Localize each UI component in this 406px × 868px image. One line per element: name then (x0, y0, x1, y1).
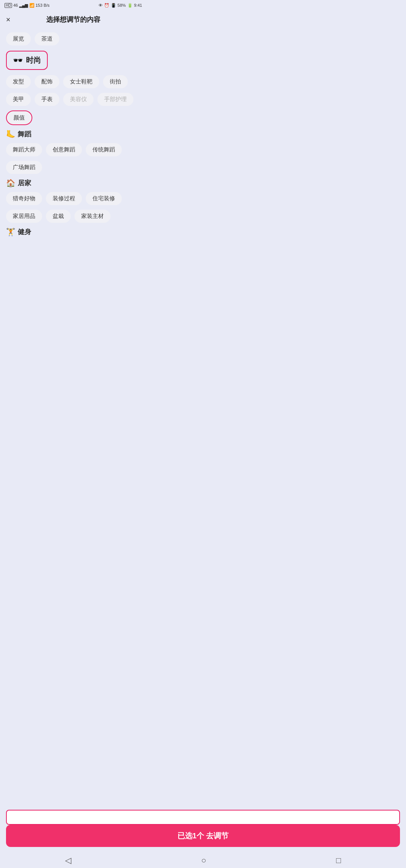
battery-icon: 🔋 (127, 3, 133, 8)
close-button[interactable]: × (6, 16, 11, 23)
home-tags-row1: 猎奇好物 装修过程 住宅装修 (6, 192, 141, 205)
signal-4g: 46 (13, 3, 18, 8)
fitness-label: 健身 (18, 227, 31, 236)
home-label: 居家 (18, 178, 31, 188)
vibrate-icon: 📳 (111, 3, 116, 8)
tag-jiepa[interactable]: 街拍 (103, 75, 128, 88)
tag-guangchang-wudao[interactable]: 广场舞蹈 (6, 161, 42, 174)
tag-yanzhi-selected[interactable]: 颜值 (6, 110, 32, 125)
tag-nvshouxie[interactable]: 女士鞋靶 (63, 75, 99, 88)
tag-faxing[interactable]: 发型 (6, 75, 31, 88)
tag-zhuangxiu-guocheng[interactable]: 装修过程 (46, 192, 82, 205)
fitness-category-header[interactable]: 🏋 健身 (6, 227, 141, 236)
tag-meironyi[interactable]: 美容仪 (63, 93, 94, 106)
content-area: 展览 茶道 🕶️ 时尚 发型 配饰 女士鞋靶 街拍 美甲 手表 美容仪 手部护理… (0, 28, 147, 278)
tag-jiazhuang-zhucai[interactable]: 家装主材 (74, 210, 111, 223)
wifi-icon: 📶 (29, 3, 35, 8)
fashion-tags-row3: 颜值 (6, 110, 141, 125)
category-fashion: 🕶️ 时尚 发型 配饰 女士鞋靶 街拍 美甲 手表 美容仪 手部护理 颜值 (6, 51, 141, 125)
fashion-icon: 🕶️ (13, 56, 23, 65)
fashion-tags-row1: 发型 配饰 女士鞋靶 街拍 (6, 75, 141, 88)
home-tags-row2: 家居用品 盆栽 家装主材 (6, 210, 141, 223)
category-dance: 🦶 舞蹈 舞蹈大师 创意舞蹈 传统舞蹈 广场舞蹈 (6, 130, 141, 174)
top-tags-row: 展览 茶道 (6, 32, 141, 45)
tag-chuantong-wudao[interactable]: 传统舞蹈 (86, 143, 122, 156)
category-home: 🏠 居家 猎奇好物 装修过程 住宅装修 家居用品 盆栽 家装主材 (6, 178, 141, 223)
battery-text: 58% (118, 3, 126, 8)
tag-zhuzhai-zhuangxiu[interactable]: 住宅装修 (86, 192, 122, 205)
hd-badge: HD (5, 3, 12, 8)
time-display: 9:41 (134, 3, 142, 8)
home-icon: 🏠 (6, 178, 15, 188)
tag-zhanlan[interactable]: 展览 (6, 32, 31, 45)
tag-meijia[interactable]: 美甲 (6, 93, 31, 106)
tag-chuangyi-wudao[interactable]: 创意舞蹈 (46, 143, 82, 156)
speed-text: 153 B/s (36, 3, 50, 8)
tag-lieqi-haowu[interactable]: 猎奇好物 (6, 192, 42, 205)
dance-tags-row1: 舞蹈大师 创意舞蹈 传统舞蹈 (6, 143, 141, 156)
fitness-icon: 🏋 (6, 227, 15, 236)
fashion-label: 时尚 (26, 55, 41, 65)
dance-tags-row2: 广场舞蹈 (6, 161, 141, 174)
dance-category-header[interactable]: 🦶 舞蹈 (6, 130, 141, 139)
alarm-icon: ⏰ (104, 3, 109, 8)
signal-bars-icon: ▂▄▆ (19, 3, 28, 8)
category-fitness: 🏋 健身 (6, 227, 141, 236)
fashion-tags-row2: 美甲 手表 美容仪 手部护理 (6, 93, 141, 106)
title-bar: × 选择想调节的内容 (0, 11, 147, 28)
dance-label: 舞蹈 (18, 130, 31, 139)
fashion-category-header[interactable]: 🕶️ 时尚 (6, 51, 48, 70)
tag-peishi[interactable]: 配饰 (35, 75, 59, 88)
status-bar: HD 46 ▂▄▆ 📶 153 B/s 👁 ⏰ 📳 58% 🔋 9:41 (0, 0, 147, 11)
page-title: 选择想调节的内容 (46, 15, 100, 24)
tag-shoubu[interactable]: 手部护理 (97, 93, 133, 106)
tag-penzai[interactable]: 盆栽 (46, 210, 71, 223)
tag-shoubiao[interactable]: 手表 (35, 93, 59, 106)
tag-chadao[interactable]: 茶道 (35, 32, 59, 45)
status-left: HD 46 ▂▄▆ 📶 153 B/s (5, 3, 50, 8)
dance-icon: 🦶 (6, 130, 15, 139)
tag-jiaju-yongpin[interactable]: 家居用品 (6, 210, 42, 223)
home-category-header[interactable]: 🏠 居家 (6, 178, 141, 188)
eye-icon: 👁 (98, 3, 103, 8)
status-right: 👁 ⏰ 📳 58% 🔋 9:41 (98, 3, 142, 8)
tag-wudao-dashi[interactable]: 舞蹈大师 (6, 143, 42, 156)
